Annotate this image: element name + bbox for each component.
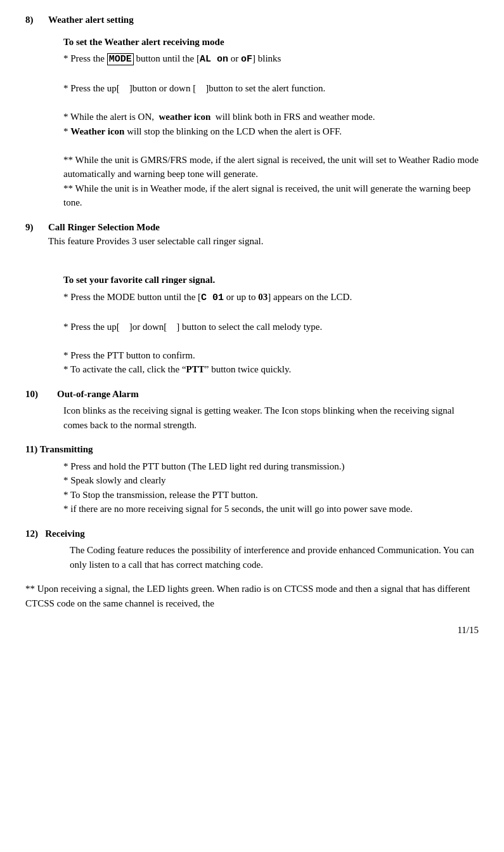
section-8-title: Weather alert setting (48, 15, 134, 25)
section-12-number: 12) Receiving (25, 527, 85, 541)
section-11-body: * Press and hold the PTT button (The LED… (63, 459, 479, 516)
section-12-number-label: 12) (25, 528, 45, 539)
c01-label: C 01 (201, 292, 224, 303)
section-9-line2: * Press the up[ ]or down[ ] button to se… (63, 320, 479, 334)
section-8-number: 8) (25, 13, 48, 27)
footer-text: ** Upon receiving a signal, the LED ligh… (25, 582, 479, 610)
section-8-body: To set the Weather alert receiving mode … (63, 35, 479, 210)
section-8: 8) Weather alert setting To set the Weat… (25, 13, 479, 210)
section-11-number-label: 11) (25, 444, 40, 454)
section-8-note1: ** While the unit is GMRS/FRS mode, if t… (63, 153, 479, 181)
section-11-line2: * Speak slowly and clearly (63, 473, 479, 488)
section-10-number: 10) (25, 387, 57, 402)
section-9-number: 9) (25, 220, 48, 249)
section-9-line1: * Press the MODE button until the [C 01 … (63, 290, 479, 306)
section-12-text: The Coding feature reduces the possibili… (70, 543, 479, 572)
section-12: 12) Receiving The Coding feature reduces… (25, 527, 479, 572)
section-9-subheader: To set your favorite call ringer signal. (63, 273, 479, 287)
page-number: 11/15 (25, 623, 479, 638)
al-on-label: AL on (200, 54, 228, 65)
section-10-title: Out-of-range Alarm (57, 389, 139, 399)
section-10-body: Icon blinks as the receiving signal is g… (63, 403, 479, 432)
mode-label: MODE (107, 53, 134, 65)
section-11-number: 11) Transmitting (25, 442, 93, 457)
weather-icon-label1: weather icon (159, 112, 211, 122)
section-11: 11) Transmitting * Press and hold the PT… (25, 442, 479, 516)
section-12-body: The Coding feature reduces the possibili… (70, 543, 479, 572)
section-8-line4: * Weather icon will stop the blinking on… (63, 124, 479, 139)
ptt-label: PTT (186, 364, 205, 374)
section-8-note2: ** While the unit is in Weather mode, if… (63, 181, 479, 210)
03-label: 03 (258, 292, 268, 302)
footer-note: ** Upon receiving a signal, the LED ligh… (25, 582, 479, 610)
section-9-line3: * Press the PTT button to confirm. (63, 348, 479, 363)
section-11-line3: * To Stop the transmission, release the … (63, 488, 479, 502)
section-8-line2: * Press the up[ ]button or down [ ]butto… (63, 81, 479, 96)
section-9: 9) Call Ringer Selection Mode This featu… (25, 220, 479, 377)
section-8-line1: * Press the MODE button until the [AL on… (63, 51, 479, 67)
section-11-title: Transmitting (40, 444, 93, 454)
section-11-line4: * if there are no more receiving signal … (63, 502, 479, 516)
section-12-title: Receiving (45, 528, 84, 539)
of-label: oF (241, 54, 252, 65)
section-8-line3: * While the alert is ON, weather icon wi… (63, 110, 479, 124)
section-9-line4: * To activate the call, click the “PTT” … (63, 362, 479, 377)
section-9-intro: This feature Provides 3 user selectable … (48, 236, 263, 246)
section-9-body: To set your favorite call ringer signal.… (63, 251, 479, 377)
section-10: 10) Out-of-range Alarm Icon blinks as th… (25, 387, 479, 433)
weather-icon-label2: Weather icon (70, 126, 124, 136)
section-10-text: Icon blinks as the receiving signal is g… (63, 403, 479, 432)
section-8-subheader: To set the Weather alert receiving mode (63, 35, 479, 49)
section-9-title: Call Ringer Selection Mode (48, 222, 160, 232)
section-11-line1: * Press and hold the PTT button (The LED… (63, 459, 479, 474)
